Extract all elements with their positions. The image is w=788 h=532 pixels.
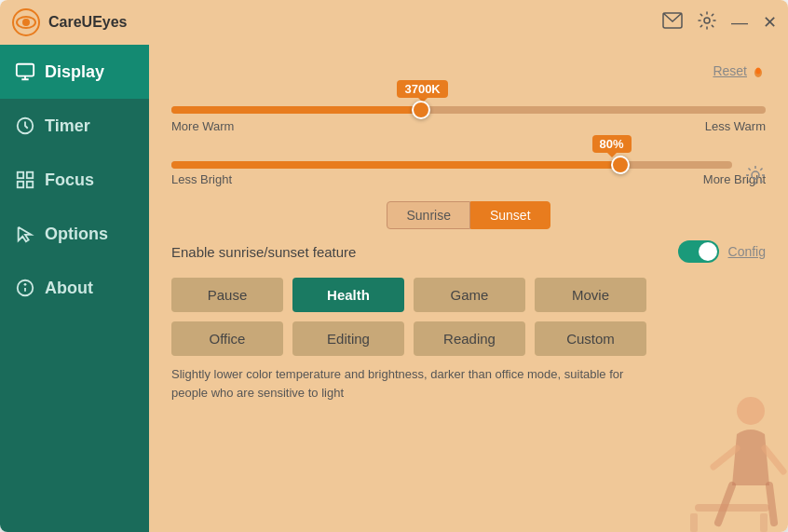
email-icon[interactable] <box>662 12 683 34</box>
bright-label-left: Less Bright <box>171 172 232 186</box>
flame-icon <box>751 63 766 78</box>
brightness-labels: Less Bright More Bright <box>171 172 766 186</box>
sidebar-item-timer[interactable]: Timer <box>0 99 149 153</box>
temperature-track: 3700K <box>171 106 766 114</box>
monitor-icon <box>15 61 35 82</box>
svg-point-4 <box>704 18 710 23</box>
temp-label-right: Less Warm <box>705 119 766 133</box>
sidebar-label-display: Display <box>45 62 104 82</box>
sunset-tab[interactable]: Sunset <box>470 201 550 229</box>
temperature-labels: More Warm Less Warm <box>171 119 766 133</box>
app-logo <box>11 7 41 37</box>
toggle-label: Enable sunrise/sunset feature <box>171 244 678 260</box>
window-controls: — ✕ <box>662 11 777 34</box>
app-title: CareUEyes <box>48 14 662 31</box>
reset-row: Reset <box>171 63 766 78</box>
mode-btn-reading[interactable]: Reading <box>414 321 525 356</box>
svg-rect-11 <box>18 182 23 187</box>
config-link[interactable]: Config <box>728 244 766 259</box>
mode-buttons-row1: Pause Health Game Movie <box>171 278 766 312</box>
mode-btn-custom[interactable]: Custom <box>535 321 646 356</box>
mode-btn-movie[interactable]: Movie <box>535 278 646 312</box>
sidebar-item-focus[interactable]: Focus <box>0 153 149 207</box>
content-area: Reset 3700K More Warm Less Warm <box>149 45 788 532</box>
close-icon[interactable]: ✕ <box>763 12 777 33</box>
reset-button[interactable]: Reset <box>713 63 766 78</box>
temperature-fill <box>171 106 421 114</box>
svg-line-24 <box>760 180 762 182</box>
sidebar-item-options[interactable]: Options <box>0 207 149 261</box>
svg-rect-12 <box>27 182 33 187</box>
svg-point-17 <box>756 68 761 75</box>
svg-rect-30 <box>760 513 768 532</box>
mode-btn-game[interactable]: Game <box>414 278 525 312</box>
temperature-thumb[interactable] <box>412 101 430 119</box>
mode-btn-office[interactable]: Office <box>171 321 283 356</box>
svg-point-2 <box>22 19 30 26</box>
title-bar: CareUEyes — ✕ <box>0 0 788 45</box>
main-layout: Display Timer Focus Options About <box>0 45 788 532</box>
svg-point-27 <box>737 397 765 425</box>
minimize-icon[interactable]: — <box>731 13 748 33</box>
toggle-row: Enable sunrise/sunset feature Config <box>171 240 766 263</box>
brightness-icon <box>745 165 766 190</box>
mode-btn-health[interactable]: Health <box>292 278 404 312</box>
temperature-slider-wrapper: 3700K <box>171 106 766 114</box>
svg-line-25 <box>760 169 762 171</box>
brightness-slider-wrapper: 80% <box>171 161 766 169</box>
sidebar-label-about: About <box>45 279 93 298</box>
sidebar-label-timer: Timer <box>45 116 90 136</box>
grid-icon <box>15 170 35 190</box>
decorative-figure <box>676 383 788 532</box>
svg-line-26 <box>749 180 751 182</box>
temp-label-left: More Warm <box>171 119 234 133</box>
decorative-svg <box>676 383 788 532</box>
svg-rect-29 <box>690 513 698 532</box>
sidebar: Display Timer Focus Options About <box>0 45 149 532</box>
mode-btn-pause[interactable]: Pause <box>171 278 283 312</box>
toggle-switch[interactable] <box>678 240 719 263</box>
mode-btn-editing[interactable]: Editing <box>292 321 404 356</box>
sidebar-label-options: Options <box>45 225 108 244</box>
mode-description: Slightly lower color temperature and bri… <box>171 365 656 402</box>
sidebar-item-about[interactable]: About <box>0 261 149 315</box>
temperature-section: 3700K More Warm Less Warm <box>171 106 766 133</box>
sunrise-sunset-tabs: Sunrise Sunset <box>171 201 766 229</box>
sunrise-tab[interactable]: Sunrise <box>387 201 469 229</box>
sidebar-item-display[interactable]: Display <box>0 45 149 99</box>
svg-rect-5 <box>17 64 34 76</box>
clock-icon <box>15 116 35 136</box>
svg-point-18 <box>752 171 759 179</box>
sun-icon <box>745 165 766 185</box>
brightness-track: 80% <box>171 161 732 169</box>
temperature-tooltip: 3700K <box>397 80 447 98</box>
svg-rect-10 <box>27 172 33 178</box>
info-icon <box>15 278 35 298</box>
cursor-icon <box>15 224 35 244</box>
brightness-fill <box>171 161 620 169</box>
settings-icon[interactable] <box>698 11 716 34</box>
brightness-tooltip: 80% <box>592 135 632 153</box>
svg-line-23 <box>749 169 751 171</box>
sidebar-label-focus: Focus <box>45 171 94 190</box>
brightness-thumb[interactable] <box>611 156 630 174</box>
app-window: CareUEyes — ✕ Display Timer <box>0 0 788 532</box>
svg-rect-9 <box>18 172 23 178</box>
mode-buttons-row2: Office Editing Reading Custom <box>171 321 766 356</box>
brightness-section: 80% <box>171 161 766 186</box>
svg-rect-28 <box>695 504 769 512</box>
